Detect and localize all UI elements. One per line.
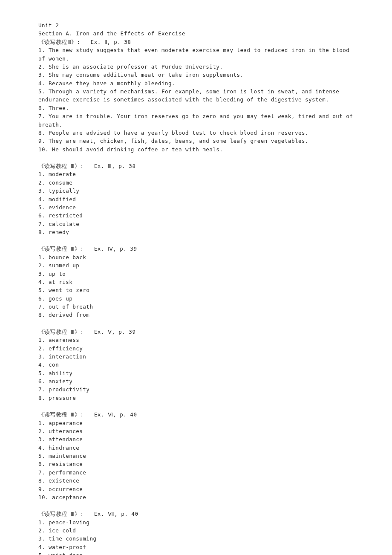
answer-item: 3. up to (38, 270, 354, 278)
answer-item: 4. Because they have a monthly bleeding. (38, 79, 354, 87)
answer-item: 6. Three. (38, 104, 354, 112)
answer-item: 10. acceptance (38, 493, 354, 501)
answer-item: 5. maintenance (38, 452, 354, 460)
answer-item: 6. goes up (38, 295, 354, 303)
answer-item: 2. She is an associate professor at Purd… (38, 63, 354, 71)
answer-item: 1. bounce back (38, 253, 354, 261)
section-heading: Section A. Iron and the Effects of Exerc… (38, 29, 354, 38)
answer-item: 5. Through a variety of mechanisms. For … (38, 87, 354, 104)
exercise-title: 《读写教程 Ⅲ》: Ex. Ⅶ, p. 40 (38, 510, 354, 518)
unit-heading: Unit 2 (38, 21, 354, 29)
answer-item: 8. existence (38, 477, 354, 485)
answer-item: 6. resistance (38, 460, 354, 468)
answer-item: 3. She may consume additional meat or ta… (38, 71, 354, 79)
section-gap (38, 402, 354, 410)
answer-item: 9. They are meat, chicken, fish, dates, … (38, 137, 354, 145)
answer-item: 5. went to zero (38, 286, 354, 294)
section-gap (38, 153, 354, 162)
answer-item: 7. out of breath (38, 303, 354, 311)
answer-item: 4. hindrance (38, 444, 354, 452)
answer-item: 4. con (38, 361, 354, 369)
answer-item: 5. waist-deep (38, 551, 354, 555)
answer-item: 2. efficiency (38, 344, 354, 353)
section-gap (38, 501, 354, 510)
answer-item: 8. remedy (38, 228, 354, 236)
exercise-title: 《读写教程 Ⅲ》: Ex. Ⅳ, p. 39 (38, 245, 354, 253)
exercise-title: 《读写教程 Ⅲ》: Ex. Ⅴ, p. 39 (38, 328, 354, 336)
answer-item: 10. He should avoid drinking coffee or t… (38, 145, 354, 153)
answer-item: 3. interaction (38, 353, 354, 361)
answer-item: 3. time-consuming (38, 535, 354, 543)
answer-item: 3. attendance (38, 435, 354, 443)
answer-item: 1. moderate (38, 170, 354, 178)
answer-item: 9. occurrence (38, 485, 354, 493)
answer-item: 3. typically (38, 187, 354, 195)
answer-item: 7. productivity (38, 385, 354, 393)
answer-item: 8. pressure (38, 394, 354, 402)
answer-item: 2. consume (38, 179, 354, 187)
answer-item: 5. ability (38, 369, 354, 377)
answer-item: 5. evidence (38, 203, 354, 211)
answer-item: 7. calculate (38, 220, 354, 228)
answer-item: 2. utterances (38, 427, 354, 435)
answer-item: 4. water-proof (38, 543, 354, 551)
document-body: 《读写教程Ⅲ》: Ex. Ⅱ, p. 381. The new study su… (38, 38, 354, 555)
exercise-title: 《读写教程Ⅲ》: Ex. Ⅱ, p. 38 (38, 38, 354, 46)
answer-item: 4. modified (38, 195, 354, 203)
answer-item: 2. ice-cold (38, 526, 354, 535)
answer-item: 6. anxiety (38, 377, 354, 385)
answer-item: 7. performance (38, 468, 354, 477)
exercise-title: 《读写教程 Ⅲ》: Ex. Ⅵ, p. 40 (38, 410, 354, 419)
answer-item: 7. You are in trouble. Your iron reserve… (38, 112, 354, 129)
answer-item: 1. appearance (38, 419, 354, 427)
answer-item: 1. The new study suggests that even mode… (38, 46, 354, 63)
section-gap (38, 319, 354, 328)
answer-item: 6. restricted (38, 211, 354, 220)
answer-item: 4. at risk (38, 278, 354, 286)
answer-item: 2. summed up (38, 261, 354, 269)
answer-item: 8. derived from (38, 311, 354, 319)
answer-item: 1. awareness (38, 336, 354, 344)
section-gap (38, 236, 354, 245)
answer-item: 1. peace-loving (38, 518, 354, 526)
exercise-title: 《读写教程 Ⅲ》: Ex. Ⅲ, p. 38 (38, 162, 354, 170)
answer-item: 8. People are advised to have a yearly b… (38, 129, 354, 137)
